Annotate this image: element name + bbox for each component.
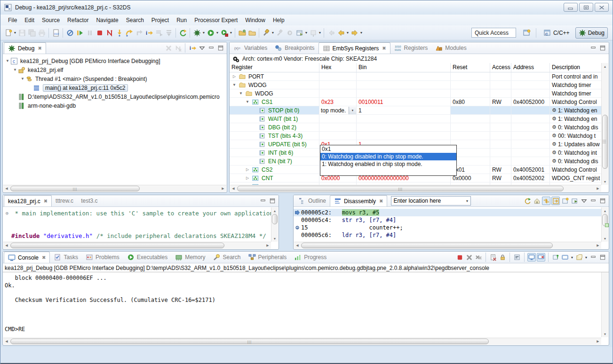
show-logical-structure-button[interactable] <box>154 28 164 38</box>
run-dropdown-arrow[interactable]: ▼ <box>215 28 219 38</box>
expander-icon[interactable]: ▷ <box>245 176 250 180</box>
open-perspective-button[interactable] <box>523 29 531 37</box>
maximize-button[interactable] <box>598 253 607 261</box>
location-dropdown-arrow[interactable]: ▼ <box>466 199 469 203</box>
print-button[interactable] <box>37 28 47 38</box>
instruction-stepping-button[interactable]: i <box>144 28 154 38</box>
code-line[interactable]: #include "derivative.h" /* include perip… <box>3 232 271 239</box>
suspend-button[interactable] <box>85 28 95 38</box>
word-wrap-button[interactable] <box>513 253 521 261</box>
menu-help[interactable]: Help <box>269 16 288 25</box>
chip-config-icon[interactable] <box>232 55 239 63</box>
step-over-button[interactable] <box>124 28 134 38</box>
hex-value-cell[interactable] <box>319 72 357 80</box>
save-button[interactable] <box>17 28 27 38</box>
minimize-button[interactable] <box>207 44 215 52</box>
register-value-dropdown[interactable]: 0x10: Watchdog disabled in chip stop mod… <box>320 145 457 176</box>
tab-modules[interactable]: Modules <box>431 42 470 54</box>
combo-dropdown-button[interactable]: ▼ <box>349 107 356 114</box>
column-header-hex[interactable]: Hex <box>319 63 357 72</box>
pin-console-button[interactable] <box>551 253 560 261</box>
code-editor[interactable]: ⊕ * main implementation: use this 'C' sa… <box>3 207 271 242</box>
bin-value-cell[interactable] <box>357 81 451 89</box>
save-all-button[interactable] <box>27 28 37 38</box>
link-frame-button[interactable] <box>551 197 560 205</box>
bin-value-cell[interactable] <box>357 89 451 97</box>
new-wizard-dropdown-arrow[interactable]: ▼ <box>13 28 17 38</box>
back-dropdown-arrow[interactable]: ▼ <box>346 28 350 38</box>
disasm-hscrollbar[interactable]: ◀▶ <box>294 242 601 249</box>
code-line[interactable] <box>3 224 271 232</box>
menu-edit[interactable]: Edit <box>21 16 38 25</box>
hex-value-cell[interactable] <box>319 89 357 97</box>
show-stderr-button[interactable] <box>537 253 545 261</box>
drop-to-frame-button[interactable] <box>164 28 174 38</box>
open-resource-button[interactable] <box>247 28 257 38</box>
open-type-button[interactable] <box>237 28 247 38</box>
profile-dropdown-arrow[interactable]: ▼ <box>229 28 233 38</box>
close-window-button[interactable] <box>595 3 609 12</box>
remove-launch-button[interactable] <box>465 253 473 261</box>
editor-hscrollbar[interactable]: ◀▶ <box>3 242 271 249</box>
fold-expander-icon[interactable]: ⊕ <box>3 210 11 216</box>
remove-all-launches-button[interactable] <box>474 253 483 261</box>
close-tab-icon[interactable]: ✖ <box>42 255 46 260</box>
menu-run[interactable]: Run <box>173 16 191 25</box>
remove-all-terminated-button[interactable] <box>164 44 173 52</box>
maximize-button[interactable] <box>598 197 607 205</box>
register-row[interactable]: ▼WDOGWatchdog timer <box>230 89 602 98</box>
pin-dropdown-arrow[interactable]: ▼ <box>318 28 322 38</box>
column-header-address[interactable]: Address <box>511 63 550 72</box>
tree-item[interactable]: ▼kea128_prj.elf <box>3 65 227 74</box>
expander-icon[interactable]: ▼ <box>245 100 250 104</box>
menu-processor-expert[interactable]: Processor Expert <box>191 16 241 25</box>
hex-value-cell[interactable] <box>319 115 357 123</box>
expander-icon[interactable]: ▼ <box>231 83 237 87</box>
menu-source[interactable]: Source <box>38 16 64 25</box>
restore-window-button[interactable] <box>579 3 593 12</box>
code-line[interactable] <box>3 217 271 224</box>
tab-breakpoints[interactable]: Breakpoints <box>271 42 318 54</box>
tab-outline[interactable]: Outline <box>295 195 330 206</box>
register-row[interactable]: ▷PORTPort control and in <box>230 72 602 81</box>
tab-peripherals[interactable]: Peripherals <box>245 252 291 263</box>
new-view2-button[interactable] <box>561 197 569 205</box>
last-edit-button[interactable] <box>326 28 336 38</box>
expander-icon[interactable]: ▼ <box>238 91 244 95</box>
location-input[interactable]: Enter location here▼ <box>391 196 471 206</box>
back-button[interactable] <box>336 28 346 38</box>
register-row[interactable]: WAIT (bit 1)⚙1: Watchdog en <box>230 115 602 123</box>
restart-button[interactable] <box>178 28 188 38</box>
minimize-window-button[interactable] <box>564 3 578 12</box>
tree-item[interactable]: arm-none-eabi-gdb <box>3 101 227 110</box>
tab-console[interactable]: Console✖ <box>4 252 50 263</box>
column-header-bin[interactable]: Bin <box>357 63 451 72</box>
close-tab-icon[interactable]: ✖ <box>379 198 383 204</box>
run-button[interactable] <box>206 28 215 38</box>
code-line[interactable]: ⊕ * main implementation: use this 'C' sa… <box>3 209 271 217</box>
forward-button[interactable] <box>350 28 359 38</box>
dropdown-arrow[interactable]: ▼ <box>584 252 588 262</box>
dropdown-option[interactable]: 1: Watchdog enabled in chip stop mode. <box>320 160 456 168</box>
mark-occurrences-dropdown-arrow[interactable]: ▼ <box>271 28 275 38</box>
maximize-button[interactable] <box>268 197 277 205</box>
bin-value-cell[interactable] <box>357 72 451 80</box>
instruction-stepping-button[interactable]: i <box>188 44 197 52</box>
column-header-reset[interactable]: Reset <box>451 63 490 72</box>
console-hscrollbar[interactable]: ◀▶ ||| <box>3 338 601 345</box>
minimize-button[interactable] <box>589 44 597 52</box>
tree-item[interactable]: main() at kea128_prj.c:11 0x5c2 <box>3 83 227 92</box>
register-row[interactable]: TST (bits 4-3)⚙00: Watchdog t <box>230 132 602 140</box>
console-output[interactable]: block 00000400-000006EF ...Ok. Checksum … <box>3 272 602 337</box>
dropdown-arrow[interactable]: ▼ <box>570 252 574 262</box>
debug-hscrollbar[interactable]: ◀▶ ||| <box>3 185 226 192</box>
profile-button[interactable] <box>219 28 229 38</box>
tab-kea128-prj-c[interactable]: kea128_prj.c✖ <box>4 195 52 206</box>
perspective-cpp[interactable]: CC/C++ <box>541 28 573 38</box>
dropdown-option[interactable]: 0: Watchdog disabled in chip stop mode. <box>320 153 456 160</box>
tab-executables[interactable]: Executables <box>123 252 171 263</box>
hex-value-cell[interactable]: 0x23 <box>319 98 357 106</box>
tab-tttrew-c[interactable]: tttrew.c <box>52 195 77 206</box>
external-tools-button[interactable] <box>285 28 295 38</box>
console-vscrollbar[interactable]: ▼ <box>601 272 608 337</box>
